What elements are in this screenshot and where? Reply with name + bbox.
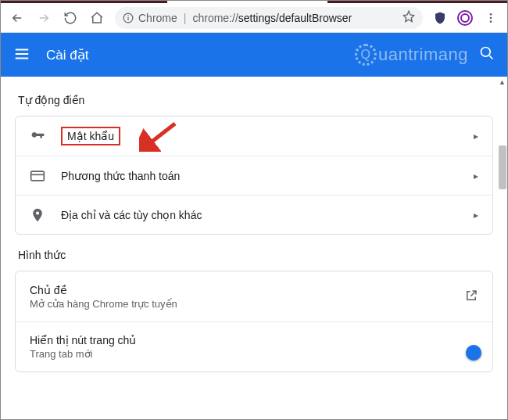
svg-point-7 [481, 48, 491, 57]
row-label: Mật khẩu [61, 127, 458, 145]
chevron-right-icon: ▸ [474, 171, 478, 181]
section-title-appearance: Hình thức [18, 249, 490, 261]
svg-point-5 [490, 16, 492, 19]
row-label: Địa chỉ và các tùy chọn khác [61, 209, 458, 221]
watermark-logo: Quantrimang [355, 44, 468, 66]
row-secondary: Trang tab mới [30, 348, 463, 360]
site-info-icon[interactable]: Chrome [123, 12, 177, 24]
page-title: Cài đặt [46, 47, 88, 63]
svg-point-6 [490, 20, 492, 23]
scroll-up-icon[interactable]: ▲ [499, 78, 506, 86]
browser-toolbar: Chrome | chrome://settings/defaultBrowse… [1, 3, 507, 33]
section-title-autofill: Tự động điền [18, 94, 490, 106]
pin-icon [30, 207, 45, 223]
row-theme[interactable]: Chủ đề Mở cửa hàng Chrome trực tuyến [16, 271, 492, 321]
svg-rect-10 [31, 171, 45, 181]
reload-button[interactable] [59, 6, 82, 30]
home-button[interactable] [85, 6, 109, 30]
row-secondary: Mở cửa hàng Chrome trực tuyến [30, 298, 449, 310]
row-primary: Hiển thị nút trang chủ [30, 334, 463, 346]
scrollbar-thumb[interactable] [499, 145, 506, 189]
chevron-right-icon: ▸ [474, 131, 478, 142]
search-icon[interactable] [479, 45, 495, 64]
open-external-icon [464, 289, 478, 305]
row-home-button[interactable]: Hiển thị nút trang chủ Trang tab mới [16, 321, 492, 372]
svg-point-4 [490, 13, 492, 16]
extension-ring-icon[interactable] [454, 7, 476, 29]
chevron-right-icon: ▸ [474, 210, 478, 221]
row-payment[interactable]: Phương thức thanh toán ▸ [16, 156, 492, 195]
card-icon [30, 168, 45, 184]
extension-shield-icon[interactable] [429, 7, 451, 29]
autofill-card: Mật khẩu ▸ Phương thức thanh toán ▸ Địa … [15, 116, 493, 235]
new-tab-button[interactable]: + [331, 0, 352, 2]
bookmark-star-icon[interactable] [402, 10, 415, 25]
address-bar[interactable]: Chrome | chrome://settings/defaultBrowse… [115, 7, 423, 29]
back-button[interactable] [5, 6, 29, 30]
chrome-menu-button[interactable] [479, 6, 503, 30]
appearance-card: Chủ đề Mở cửa hàng Chrome trực tuyến Hiể… [15, 271, 493, 372]
menu-icon[interactable] [13, 45, 32, 64]
settings-content: ▲ Tự động điền Mật khẩu ▸ Phương thức th… [1, 77, 507, 393]
tab-quantrimang[interactable]: Q Quantrimang.com: Kiến Th… [7, 0, 167, 3]
url-text: chrome://settings/defaultBrowser [192, 12, 352, 24]
settings-header: Cài đặt Quantrimang [1, 33, 507, 77]
svg-rect-3 [127, 16, 128, 20]
row-primary: Chủ đề [30, 284, 449, 296]
secure-label: Chrome [138, 12, 177, 24]
row-address[interactable]: Địa chỉ và các tùy chọn khác ▸ [16, 195, 492, 234]
row-label: Phương thức thanh toán [61, 170, 458, 182]
svg-point-2 [127, 15, 129, 16]
key-icon [30, 128, 45, 144]
tab-settings[interactable]: Cài đặt [167, 0, 327, 3]
forward-button[interactable] [32, 6, 55, 30]
tab-strip: Q Quantrimang.com: Kiến Th… Cài đặt + [1, 0, 507, 3]
row-passwords[interactable]: Mật khẩu ▸ [16, 117, 492, 156]
